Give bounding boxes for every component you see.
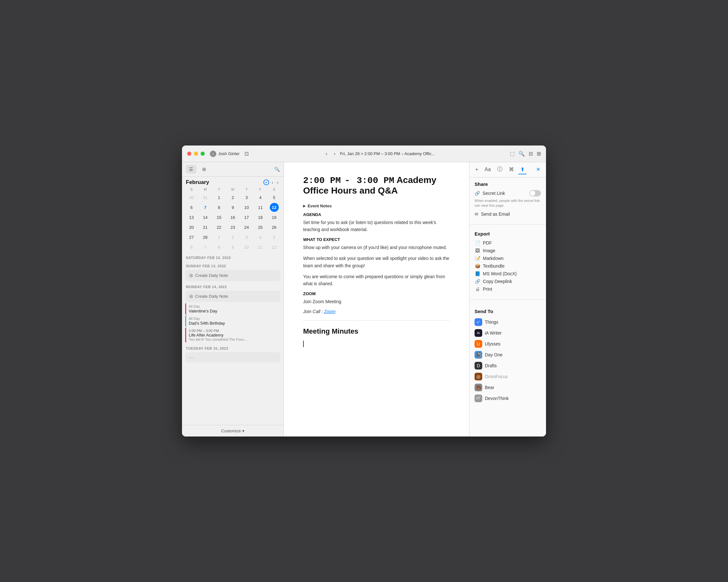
cal-day[interactable]: 22 — [215, 223, 224, 232]
cal-day[interactable]: 1 — [215, 193, 224, 202]
right-panel: + Aa ⓘ ⌘ ⬆ ✕ Share 🔗 Secret Link When en… — [469, 162, 546, 436]
cal-day[interactable]: 10 — [242, 243, 251, 252]
cal-day[interactable]: 6 — [187, 243, 196, 252]
app-ulysses[interactable]: U Ulysses — [474, 338, 541, 349]
zoom-label: ZOOM — [303, 291, 450, 296]
app-devonthink[interactable]: DT DevonThink — [474, 393, 541, 404]
toggle-knob — [530, 191, 535, 196]
cal-day[interactable]: 10 — [242, 203, 251, 212]
customize-button[interactable]: Customize ▾ — [221, 429, 244, 433]
app-day-one[interactable]: 📓 Day One — [474, 349, 541, 360]
back-nav-button[interactable]: ‹ — [323, 150, 329, 158]
tab-add[interactable]: + — [473, 166, 480, 174]
cal-day[interactable]: 31 — [201, 193, 210, 202]
grid-view-button[interactable]: ⊞ — [199, 165, 209, 174]
tab-share[interactable]: ⬆ — [518, 165, 526, 174]
export-markdown[interactable]: 📝 Markdown — [474, 254, 541, 262]
event-notes-label: Event Notes — [308, 203, 332, 208]
cal-day[interactable]: 18 — [256, 213, 265, 222]
app-omnifocus[interactable]: ◎ OmniFocus — [474, 371, 541, 382]
event-title: Life After Academy — [189, 333, 278, 337]
cal-day[interactable]: 2 — [229, 233, 237, 242]
cal-day[interactable]: 8 — [215, 203, 224, 212]
cal-day[interactable]: 21 — [201, 223, 210, 232]
app-ia-writer[interactable]: iA iA Writer — [474, 328, 541, 338]
export-pdf[interactable]: 📄 PDF — [474, 239, 541, 247]
send-to-section: Send To ✓ Things iA iA Writer U Ulysses … — [469, 302, 546, 408]
cal-day[interactable]: 4 — [256, 193, 265, 202]
cal-day[interactable]: 8 — [215, 243, 224, 252]
cal-day[interactable]: 4 — [256, 233, 265, 242]
cal-day[interactable]: 3 — [242, 193, 251, 202]
secret-link-toggle[interactable] — [529, 190, 541, 197]
cal-day[interactable]: 24 — [242, 223, 251, 232]
app-drafts[interactable]: D Drafts — [474, 360, 541, 371]
next-month-button[interactable]: › — [276, 179, 280, 185]
cal-day[interactable]: 20 — [187, 223, 196, 232]
cal-day[interactable]: 2 — [229, 193, 237, 202]
forward-nav-button[interactable]: › — [332, 150, 337, 158]
export-image[interactable]: 🖼 Image — [474, 247, 541, 254]
cal-day[interactable]: 23 — [229, 223, 237, 232]
cal-day[interactable]: 3 — [242, 233, 251, 242]
export-print[interactable]: 🖨 Print — [474, 285, 541, 293]
main-content: ☰ ⊞ 🔍 February ● ‹ › S M T — [182, 162, 546, 436]
cal-day[interactable]: 27 — [187, 233, 196, 242]
event-birthday[interactable]: All Day Dad's 54th Birthday — [185, 315, 280, 327]
event-life-after-academy[interactable]: 2:00 PM – 3:00 PM Life After Academy You… — [185, 328, 280, 343]
cal-day[interactable]: 30 — [187, 193, 196, 202]
cal-day[interactable]: 7 — [201, 243, 210, 252]
cal-day[interactable]: 11 — [256, 243, 265, 252]
split-button[interactable]: ⊟ — [529, 151, 533, 157]
cal-day[interactable]: 6 — [187, 203, 196, 212]
maximize-button[interactable] — [201, 152, 205, 156]
zoom-link[interactable]: Zoom — [324, 309, 336, 314]
cal-day[interactable]: 9 — [229, 243, 237, 252]
cal-day[interactable]: 26 — [270, 223, 279, 232]
cal-day[interactable]: 9 — [229, 203, 237, 212]
deeplink-icon: 🔗 — [474, 279, 480, 284]
cal-day[interactable]: 15 — [215, 213, 224, 222]
sidebar-toggle-button[interactable]: ⊡ — [244, 151, 249, 157]
list-view-button[interactable]: ☰ — [186, 165, 197, 174]
drafts-label: Drafts — [485, 363, 497, 368]
cal-day[interactable]: 19 — [270, 213, 279, 222]
cal-day[interactable]: 25 — [256, 223, 265, 232]
event-notes-toggle[interactable]: ▶ Event Notes — [303, 203, 450, 208]
cal-day-7[interactable]: 7 — [201, 203, 210, 212]
close-button[interactable] — [187, 152, 191, 156]
tab-info[interactable]: ⓘ — [495, 165, 504, 175]
cal-day[interactable]: 1 — [215, 233, 224, 242]
user-name: Josh Ginter — [218, 151, 239, 156]
search-button[interactable]: 🔍 — [518, 151, 525, 157]
send-email-row[interactable]: ✉ Send as Email — [474, 211, 541, 217]
tab-close[interactable]: ✕ — [534, 165, 542, 174]
create-daily-note-monday[interactable]: ⊕ Create Daily Note — [185, 291, 280, 302]
create-daily-note-sunday[interactable]: ⊕ Create Daily Note — [185, 270, 280, 281]
app-window: i Josh Ginter ⊡ ‹ › Fri, Jan 28 > 2:00 P… — [182, 146, 546, 436]
prev-month-button[interactable]: ‹ — [270, 179, 275, 185]
export-word[interactable]: 📘 MS Word (DocX) — [474, 270, 541, 278]
cal-day[interactable]: 28 — [201, 233, 210, 242]
cal-day[interactable]: 14 — [201, 213, 210, 222]
compose-button[interactable]: ⬚ — [510, 151, 515, 157]
cal-day[interactable]: 17 — [242, 213, 251, 222]
cal-day[interactable]: 16 — [229, 213, 237, 222]
cal-day[interactable]: 5 — [270, 193, 279, 202]
tab-font[interactable]: Aa — [483, 166, 493, 174]
event-valentines[interactable]: All Day Valentine's Day — [185, 303, 280, 315]
cal-day[interactable]: 5 — [270, 233, 279, 242]
today-indicator[interactable]: ● — [263, 179, 269, 185]
sidebar-search-button[interactable]: 🔍 — [274, 167, 280, 172]
cal-day-today[interactable]: 12 — [270, 203, 279, 212]
cal-day[interactable]: 11 — [256, 203, 265, 212]
app-things[interactable]: ✓ Things — [474, 317, 541, 328]
app-bear[interactable]: 🐻 Bear — [474, 382, 541, 393]
tab-command[interactable]: ⌘ — [507, 165, 516, 174]
cal-day[interactable]: 12 — [270, 243, 279, 252]
export-deeplink[interactable]: 🔗 Copy Deeplink — [474, 278, 541, 285]
sidebar-right-button[interactable]: ⊞ — [537, 151, 541, 157]
export-textbundle[interactable]: 📦 Textbundle — [474, 262, 541, 270]
minimize-button[interactable] — [194, 152, 198, 156]
cal-day[interactable]: 13 — [187, 213, 196, 222]
